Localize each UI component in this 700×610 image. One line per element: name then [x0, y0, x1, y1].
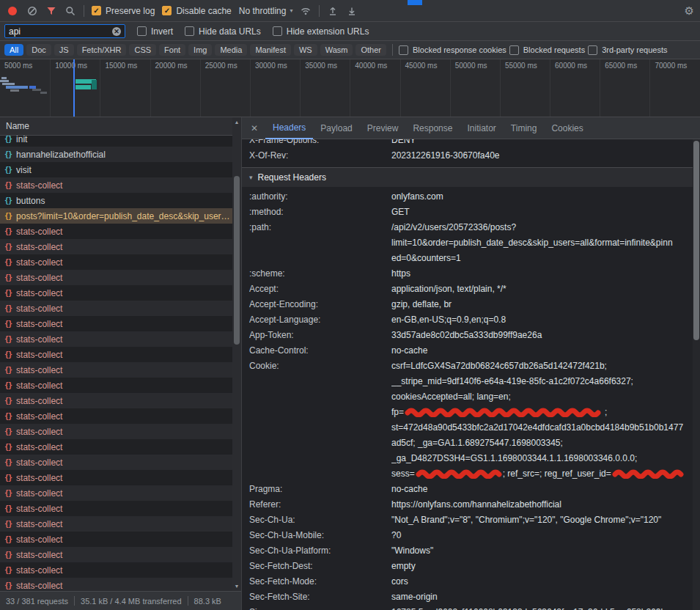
clear-network-log-button[interactable]: [26, 5, 38, 17]
filter-chip-css[interactable]: CSS: [129, 44, 156, 56]
request-row[interactable]: {}stats-collect: [0, 532, 232, 547]
hide-extension-urls-checkbox[interactable]: ✓ Hide extension URLs: [273, 26, 369, 37]
scrollbar-thumb[interactable]: [234, 176, 240, 345]
request-row[interactable]: {}stats-collect: [0, 485, 232, 501]
request-row[interactable]: {}stats-collect: [0, 239, 232, 254]
overview-column: 20000 ms: [150, 59, 200, 117]
request-row[interactable]: {}stats-collect: [0, 316, 232, 331]
header-value: onlyfans.com: [391, 189, 693, 205]
request-row[interactable]: {}stats-collect: [0, 177, 232, 193]
request-row[interactable]: {}stats-collect: [0, 578, 232, 591]
filter-chip-other[interactable]: Other: [355, 44, 386, 56]
filter-chip-img[interactable]: Img: [188, 44, 212, 56]
filter-chip-fetch-xhr[interactable]: Fetch/XHR: [77, 44, 127, 56]
network-overview[interactable]: 5000 ms 10000 ms 15000 ms 20000 ms 25000…: [0, 59, 700, 117]
tab-headers[interactable]: Headers: [265, 117, 313, 139]
filter-chip-media[interactable]: Media: [215, 44, 247, 56]
overview-selection-line[interactable]: [73, 59, 75, 117]
invert-checkbox[interactable]: ✓ Invert: [137, 26, 173, 37]
record-button[interactable]: [8, 7, 17, 15]
request-headers-section-header[interactable]: ▾ Request Headers: [242, 168, 693, 187]
scroll-down-icon[interactable]: ▼: [235, 584, 240, 589]
settings-gear-icon[interactable]: ⚙: [685, 5, 694, 16]
time-label: 65000 ms: [605, 62, 637, 70]
request-row[interactable]: {}stats-collect: [0, 362, 232, 378]
json-braces-icon: {}: [4, 273, 12, 282]
request-row[interactable]: {}stats-collect: [0, 501, 232, 516]
header-value-line: 202312261916-30670fa40e: [391, 148, 693, 163]
clear-filter-icon[interactable]: ✕: [112, 27, 121, 36]
filter-chip-manifest[interactable]: Manifest: [250, 44, 291, 56]
request-row[interactable]: {}stats-collect: [0, 378, 232, 393]
request-row[interactable]: {}stats-collect: [0, 347, 232, 362]
hide-data-urls-checkbox[interactable]: ✓ Hide data URLs: [185, 26, 261, 37]
request-row[interactable]: {}stats-collect: [0, 562, 232, 578]
filter-chip-doc[interactable]: Doc: [26, 44, 51, 56]
request-row[interactable]: {}stats-collect: [0, 470, 232, 485]
scroll-up-icon[interactable]: ▲: [235, 120, 240, 125]
third-party-requests-checkbox[interactable]: ✓ 3rd-party requests: [588, 45, 667, 55]
tab-cookies[interactable]: Cookies: [544, 118, 590, 139]
request-row[interactable]: {}init: [0, 136, 232, 147]
tab-preview[interactable]: Preview: [360, 118, 406, 139]
close-icon[interactable]: ✕: [246, 123, 262, 133]
preserve-log-checkbox[interactable]: ✓ Preserve log: [92, 6, 155, 16]
request-row[interactable]: {}stats-collect: [0, 285, 232, 301]
export-har-button[interactable]: [346, 5, 358, 17]
request-row[interactable]: {}visit: [0, 162, 232, 177]
request-row[interactable]: {}stats-collect: [0, 301, 232, 316]
request-row[interactable]: {}stats-collect: [0, 224, 232, 239]
time-label: 45000 ms: [405, 62, 438, 70]
details-tabbar: ✕ Headers Payload Preview Response Initi…: [242, 117, 700, 139]
time-label: 55000 ms: [505, 62, 537, 70]
request-row[interactable]: {}buttons: [0, 193, 232, 208]
request-row[interactable]: {}stats-collect: [0, 254, 232, 270]
disable-cache-checkbox[interactable]: ✓ Disable cache: [162, 6, 231, 16]
network-conditions-button[interactable]: [300, 5, 312, 17]
scrollbar-thumb[interactable]: [693, 141, 699, 340]
json-braces-icon: {}: [4, 304, 12, 312]
filter-chip-all[interactable]: All: [4, 44, 23, 56]
request-row[interactable]: {}stats-collect: [0, 547, 232, 562]
tab-response[interactable]: Response: [405, 118, 460, 139]
network-conditions-icon: [301, 6, 311, 16]
filter-chip-ws[interactable]: WS: [294, 44, 317, 56]
preserve-log-label: Preserve log: [106, 6, 155, 16]
tab-initiator[interactable]: Initiator: [460, 118, 503, 139]
json-braces-icon: {}: [4, 243, 12, 251]
request-row[interactable]: {}hannahelizabethofficial: [0, 147, 232, 162]
header-row: X-Of-Rev: 202312261916-30670fa40e: [242, 148, 693, 163]
toolbar-separator: [392, 44, 393, 56]
throttling-dropdown[interactable]: No throttling ▾: [239, 6, 293, 16]
third-party-requests-label: 3rd-party requests: [602, 45, 667, 54]
filter-chip-font[interactable]: Font: [159, 44, 185, 56]
filter-chip-wasm[interactable]: Wasm: [320, 44, 353, 56]
blocked-requests-checkbox[interactable]: ✓ Blocked requests: [509, 45, 585, 55]
request-row[interactable]: {}stats-collect: [0, 455, 232, 470]
search-button[interactable]: [65, 5, 76, 17]
header-value: https: [391, 266, 693, 282]
tab-payload[interactable]: Payload: [313, 118, 359, 139]
filter-input[interactable]: api ✕: [4, 24, 125, 38]
header-value-line: st=472d48a90d5433bfc2a2d17042e4dfdcafd31…: [391, 420, 693, 436]
header-value-text: ; ref_src=; reg_ref_user_id=: [503, 466, 611, 482]
request-row[interactable]: {}posts?limit=10&order=publish_date_desc…: [0, 208, 232, 224]
tab-timing[interactable]: Timing: [504, 118, 545, 139]
import-har-button[interactable]: [327, 5, 339, 17]
request-row[interactable]: {}stats-collect: [0, 439, 232, 455]
request-list-scrollbar[interactable]: ▲ ▼: [232, 117, 241, 591]
request-row[interactable]: {}stats-collect: [0, 516, 232, 532]
request-row[interactable]: {}stats-collect: [0, 424, 232, 439]
request-row[interactable]: {}stats-collect: [0, 393, 232, 408]
time-label: 15000 ms: [105, 62, 137, 70]
blocked-response-cookies-checkbox[interactable]: ✓ Blocked response cookies: [399, 45, 506, 55]
request-row[interactable]: {}stats-collect: [0, 408, 232, 424]
header-name: Accept:: [249, 282, 391, 297]
request-row[interactable]: {}stats-collect: [0, 270, 232, 285]
hide-data-urls-label: Hide data URLs: [199, 26, 261, 37]
name-column-header[interactable]: Name: [0, 117, 241, 136]
details-scrollbar[interactable]: [693, 139, 700, 610]
request-row[interactable]: {}stats-collect: [0, 331, 232, 347]
filter-chip-js[interactable]: JS: [54, 44, 74, 56]
filter-toggle-button[interactable]: [45, 5, 57, 17]
